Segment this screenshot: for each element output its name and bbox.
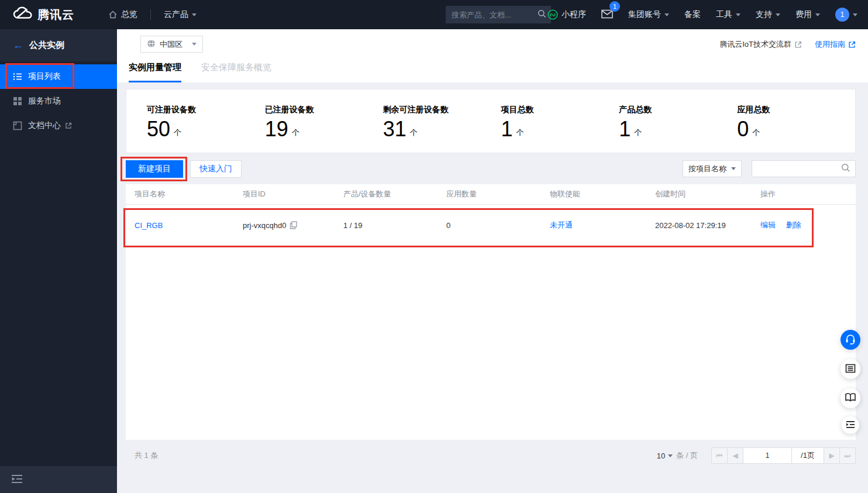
stat-registered-devices: 已注册设备数 19个 bbox=[265, 105, 383, 153]
logo-text: 腾讯云 bbox=[37, 7, 74, 23]
tab-instance-usage[interactable]: 实例用量管理 bbox=[129, 62, 181, 82]
nav-group-account[interactable]: 集团账号 bbox=[628, 9, 669, 20]
mini-program-label: 小程序 bbox=[562, 9, 586, 20]
chevron-down-icon bbox=[815, 13, 820, 16]
headset-icon bbox=[845, 333, 856, 347]
customer-service-button[interactable] bbox=[841, 330, 860, 350]
navbar-right-group: 小程序 1 集团账号 备案 工具 支持 费用 1 bbox=[532, 0, 857, 29]
total-count-label: 共 1 条 bbox=[135, 450, 158, 461]
stat-unit: 个 bbox=[174, 127, 181, 138]
chevron-down-icon bbox=[192, 43, 197, 46]
avatar: 1 bbox=[835, 8, 849, 22]
project-search[interactable] bbox=[752, 160, 856, 177]
column-iot-enable: 物联使能 bbox=[550, 189, 655, 199]
external-link-icon bbox=[65, 122, 72, 129]
stat-total-projects: 项目总数 1个 bbox=[501, 105, 619, 153]
nav-support[interactable]: 支持 bbox=[756, 9, 780, 20]
stat-unit: 个 bbox=[410, 127, 418, 138]
stats-panel: 可注册设备数 50个 已注册设备数 19个 剩余可注册设备数 31个 项目总数 … bbox=[126, 89, 856, 153]
nav-products[interactable]: 云产品 bbox=[164, 9, 197, 20]
table-header-row: 项目名称 项目ID 产品/设备数量 应用数量 物联使能 创建时间 操作 bbox=[126, 184, 856, 205]
chevron-down-icon bbox=[192, 13, 197, 16]
filter-dropdown[interactable]: 按项目名称 bbox=[683, 160, 742, 177]
sidebar-item-label: 项目列表 bbox=[28, 71, 61, 82]
sidebar-item-label: 文档中心 bbox=[28, 120, 61, 131]
list-toolbar: 新建项目 快速入门 按项目名称 bbox=[126, 160, 856, 178]
tencent-cloud-logo[interactable]: 腾讯云 bbox=[13, 6, 74, 23]
new-project-button[interactable]: 新建项目 bbox=[126, 160, 183, 178]
project-search-input[interactable] bbox=[757, 164, 841, 173]
quick-start-button[interactable]: 快速入门 bbox=[190, 160, 242, 178]
docs-book-button[interactable] bbox=[841, 388, 860, 408]
column-project-id: 项目ID bbox=[243, 189, 343, 199]
globe-icon bbox=[147, 39, 156, 50]
user-menu[interactable]: 1 bbox=[835, 8, 857, 22]
form-list-icon bbox=[845, 363, 856, 375]
support-label: 支持 bbox=[756, 9, 772, 20]
list-icon bbox=[13, 72, 22, 81]
stat-total-apps: 应用总数 0个 bbox=[737, 105, 855, 153]
iot-enable-link[interactable]: 未开通 bbox=[550, 220, 573, 229]
search-icon[interactable] bbox=[841, 163, 850, 174]
page-size-value: 10 bbox=[657, 451, 665, 460]
page-size-selector[interactable]: 10 bbox=[657, 451, 676, 460]
project-name-link[interactable]: CI_RGB bbox=[135, 221, 163, 230]
stat-value: 19 bbox=[265, 119, 288, 140]
top-navbar: 腾讯云 总览 云产品 小程序 1 集团账号 bbox=[0, 0, 868, 29]
nav-messages[interactable]: 1 bbox=[601, 9, 613, 20]
current-page-input[interactable]: 1 bbox=[743, 447, 792, 464]
region-label: 中国区 bbox=[160, 39, 182, 50]
chevron-down-icon bbox=[731, 167, 736, 170]
global-search-input[interactable] bbox=[452, 11, 538, 19]
edit-link[interactable]: 编辑 bbox=[760, 220, 776, 229]
column-created-time: 创建时间 bbox=[655, 189, 760, 199]
sidebar-item-doc-center[interactable]: 文档中心 bbox=[0, 113, 117, 138]
navbar-divider bbox=[150, 9, 151, 20]
region-selector[interactable]: 中国区 bbox=[140, 36, 203, 53]
sidebar-back-public-instance[interactable]: ← 公共实例 bbox=[0, 29, 117, 61]
column-actions: 操作 bbox=[760, 189, 856, 199]
column-project-name: 项目名称 bbox=[135, 189, 243, 199]
last-page-button[interactable]: ⏭ bbox=[839, 447, 856, 464]
tools-label: 工具 bbox=[716, 9, 732, 20]
first-page-button[interactable]: ⏮ bbox=[711, 447, 728, 464]
tab-bar: 实例用量管理 安全保障服务概览 bbox=[129, 62, 291, 82]
stat-total-products: 产品总数 1个 bbox=[619, 105, 737, 153]
nav-record[interactable]: 备案 bbox=[684, 9, 701, 20]
copy-icon[interactable] bbox=[290, 221, 297, 229]
sidebar-item-service-market[interactable]: 服务市场 bbox=[0, 89, 117, 113]
nav-mini-program[interactable]: 小程序 bbox=[547, 9, 586, 20]
page-header: 中国区 腾讯云IoT技术交流群 使用指南 实例用量管理 安全保障服务概览 bbox=[117, 29, 868, 82]
tab-security-overview[interactable]: 安全保障服务概览 bbox=[201, 62, 271, 82]
next-page-button[interactable]: ▶ bbox=[824, 447, 840, 464]
device-count-value: 1 / 19 bbox=[343, 221, 446, 230]
project-table: 项目名称 项目ID 产品/设备数量 应用数量 物联使能 创建时间 操作 CI_R… bbox=[126, 184, 856, 440]
user-guide-link[interactable]: 使用指南 bbox=[815, 39, 856, 50]
app-count-value: 0 bbox=[446, 221, 550, 230]
mini-program-icon bbox=[547, 9, 558, 20]
sidebar-item-label: 服务市场 bbox=[28, 96, 61, 106]
delete-link[interactable]: 删除 bbox=[786, 220, 801, 229]
nav-billing[interactable]: 费用 bbox=[795, 9, 820, 20]
group-account-label: 集团账号 bbox=[628, 9, 661, 20]
per-page-label: 条 / 页 bbox=[676, 450, 698, 461]
main-content: 中国区 腾讯云IoT技术交流群 使用指南 实例用量管理 安全保障服务概览 bbox=[117, 29, 868, 493]
sidebar-collapse-button[interactable] bbox=[0, 466, 117, 493]
iot-group-link[interactable]: 腾讯云IoT技术交流群 bbox=[719, 39, 802, 50]
external-link-icon bbox=[848, 41, 856, 49]
iot-group-link-label: 腾讯云IoT技术交流群 bbox=[719, 39, 791, 50]
sidebar-item-project-list[interactable]: 项目列表 bbox=[0, 64, 117, 89]
stat-registrable-devices: 可注册设备数 50个 bbox=[147, 105, 265, 153]
survey-form-button[interactable] bbox=[841, 359, 860, 379]
header-links: 腾讯云IoT技术交流群 使用指南 bbox=[719, 39, 856, 50]
chevron-down-icon bbox=[668, 454, 673, 457]
stat-value: 31 bbox=[383, 119, 407, 140]
message-count-badge: 1 bbox=[609, 1, 620, 12]
back-arrow-icon: ← bbox=[13, 39, 23, 51]
nav-overview[interactable]: 总览 bbox=[108, 9, 137, 20]
feedback-button[interactable] bbox=[842, 416, 859, 434]
toolbar-right: 按项目名称 bbox=[683, 160, 856, 177]
stat-unit: 个 bbox=[516, 127, 524, 138]
nav-tools[interactable]: 工具 bbox=[716, 9, 740, 20]
prev-page-button[interactable]: ◀ bbox=[727, 447, 743, 464]
